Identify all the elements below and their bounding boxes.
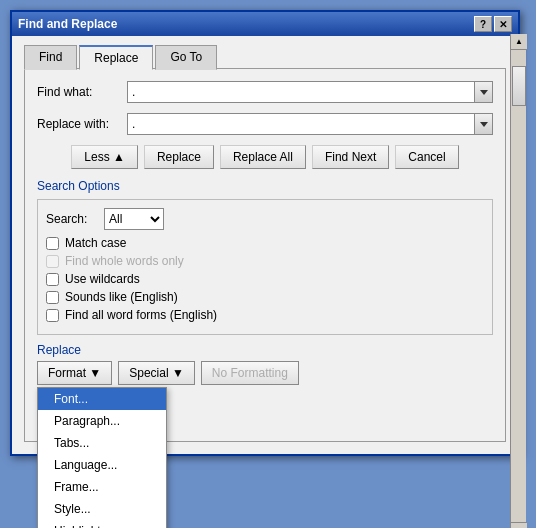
tab-content: Find what: Replace with: xyxy=(24,68,506,442)
scrollbar-up-arrow[interactable] xyxy=(511,34,527,50)
find-what-row: Find what: xyxy=(37,81,493,103)
format-menu-highlight[interactable]: Highlight xyxy=(38,520,166,528)
format-menu-font[interactable]: Font... xyxy=(38,388,166,410)
match-case-label: Match case xyxy=(65,236,126,250)
word-forms-row: Find all word forms (English) xyxy=(46,308,484,322)
title-bar-buttons: ? ✕ xyxy=(474,16,512,32)
find-what-input[interactable] xyxy=(127,81,475,103)
format-button-container: Format ▼ Font... Paragraph... Tabs... La… xyxy=(37,361,112,385)
find-whole-words-row: Find whole words only xyxy=(46,254,484,268)
title-bar: Find and Replace ? ✕ xyxy=(12,12,518,36)
help-button[interactable]: ? xyxy=(474,16,492,32)
dialog-title: Find and Replace xyxy=(18,17,117,31)
search-select[interactable]: All Up Down xyxy=(104,208,164,230)
scrollbar-down-arrow[interactable] xyxy=(511,522,527,528)
dialog-body: Find Replace Go To Find what: xyxy=(12,36,518,454)
close-button[interactable]: ✕ xyxy=(494,16,512,32)
format-button[interactable]: Format ▼ xyxy=(37,361,112,385)
replace-with-input-wrap xyxy=(127,113,493,135)
search-row: Search: All Up Down xyxy=(46,208,484,230)
find-whole-words-label: Find whole words only xyxy=(65,254,184,268)
find-replace-dialog: Find and Replace ? ✕ Find Replace Go To … xyxy=(10,10,520,456)
sounds-like-row: Sounds like (English) xyxy=(46,290,484,304)
replace-section-label[interactable]: Replace xyxy=(37,343,493,357)
bottom-buttons-row: Format ▼ Font... Paragraph... Tabs... La… xyxy=(37,361,493,385)
scrollbar-thumb[interactable] xyxy=(512,66,526,106)
find-what-dropdown[interactable] xyxy=(475,81,493,103)
search-label: Search: xyxy=(46,212,96,226)
word-forms-label: Find all word forms (English) xyxy=(65,308,217,322)
replace-with-dropdown[interactable] xyxy=(475,113,493,135)
format-menu-frame[interactable]: Frame... xyxy=(38,476,166,498)
format-dropdown-menu: Font... Paragraph... Tabs... Language...… xyxy=(37,387,167,528)
use-wildcards-row: Use wildcards xyxy=(46,272,484,286)
replace-with-row: Replace with: xyxy=(37,113,493,135)
cancel-button[interactable]: Cancel xyxy=(395,145,458,169)
sounds-like-label: Sounds like (English) xyxy=(65,290,178,304)
tab-replace[interactable]: Replace xyxy=(79,45,153,70)
format-menu-language[interactable]: Language... xyxy=(38,454,166,476)
search-options-title[interactable]: Search Options xyxy=(37,179,493,193)
tab-goto[interactable]: Go To xyxy=(155,45,217,70)
no-formatting-button[interactable]: No Formatting xyxy=(201,361,299,385)
less-button[interactable]: Less ▲ xyxy=(71,145,138,169)
replace-button[interactable]: Replace xyxy=(144,145,214,169)
format-menu-paragraph[interactable]: Paragraph... xyxy=(38,410,166,432)
replace-with-input[interactable] xyxy=(127,113,475,135)
replace-with-arrow-icon xyxy=(480,122,488,127)
action-buttons-row: Less ▲ Replace Replace All Find Next Can… xyxy=(37,145,493,169)
sounds-like-checkbox[interactable] xyxy=(46,291,59,304)
find-next-button[interactable]: Find Next xyxy=(312,145,389,169)
format-menu-tabs[interactable]: Tabs... xyxy=(38,432,166,454)
search-options-inner: Search: All Up Down Match case xyxy=(37,199,493,335)
find-whole-words-checkbox[interactable] xyxy=(46,255,59,268)
right-scrollbar[interactable] xyxy=(510,34,526,528)
match-case-row: Match case xyxy=(46,236,484,250)
word-forms-checkbox[interactable] xyxy=(46,309,59,322)
replace-with-label: Replace with: xyxy=(37,117,127,131)
use-wildcards-label: Use wildcards xyxy=(65,272,140,286)
find-what-input-wrap xyxy=(127,81,493,103)
match-case-checkbox[interactable] xyxy=(46,237,59,250)
replace-all-button[interactable]: Replace All xyxy=(220,145,306,169)
tab-bar: Find Replace Go To xyxy=(24,44,506,69)
find-what-label: Find what: xyxy=(37,85,127,99)
special-button[interactable]: Special ▼ xyxy=(118,361,195,385)
format-menu-style[interactable]: Style... xyxy=(38,498,166,520)
tab-find[interactable]: Find xyxy=(24,45,77,70)
use-wildcards-checkbox[interactable] xyxy=(46,273,59,286)
find-what-arrow-icon xyxy=(480,90,488,95)
